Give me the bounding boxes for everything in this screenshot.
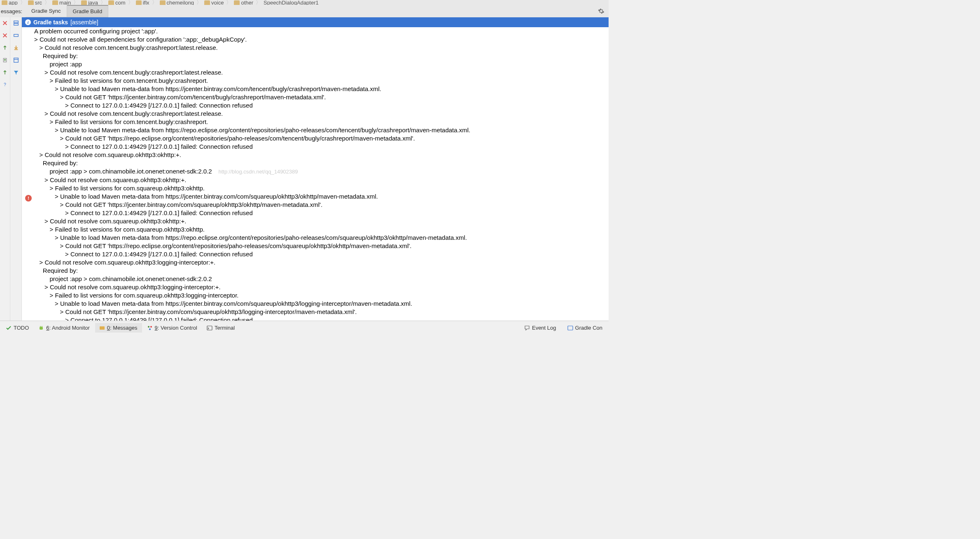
breadcrumb: app〉 src〉 main〉 java〉 com〉 iflx〉 chemeil… [0,0,609,5]
log-line: > Failed to list versions for com.square… [34,184,609,192]
log-line: > Could not resolve com.squareup.okhttp3… [34,283,609,291]
log-line: > Connect to 127.0.0.1:49429 [/127.0.0.1… [34,316,609,321]
log-line: > Could not resolve com.tencent.bugly:cr… [34,44,609,52]
log-line: > Connect to 127.0.0.1:49429 [/127.0.0.1… [34,143,609,151]
folder-icon [81,0,87,5]
svg-rect-13 [207,326,212,330]
log-line: project :app > com.chinamobile.iot.onene… [34,275,609,283]
log-line: > Could not resolve all dependencies for… [34,35,609,44]
layout-icon[interactable] [13,57,19,63]
folder-icon [160,0,166,5]
collapse-all-icon[interactable] [13,32,19,39]
log-line: A problem occurred configuring project '… [34,27,609,35]
sb-version-control[interactable]: 9: Version Control [143,323,202,333]
messages-tool-label: essages: [0,5,26,17]
svg-point-8 [42,326,42,327]
svg-point-12 [149,328,151,330]
left-tool-gutter-1: ? [0,17,10,321]
svg-rect-4 [14,34,18,36]
expand-all-icon[interactable] [13,20,19,26]
folder-icon [52,0,58,5]
svg-point-7 [40,326,41,327]
error-icon [25,195,32,202]
log-line: Required by: [34,159,609,167]
folder-icon [108,0,114,5]
log-line: > Could not resolve com.tencent.bugly:cr… [34,110,609,118]
sb-terminal[interactable]: Terminal [203,323,239,333]
sb-todo[interactable]: TODO [2,323,33,333]
folder-icon [2,0,7,5]
log-line: > Failed to list versions for com.tencen… [34,118,609,126]
log-line: Required by: [34,267,609,275]
log-line: > Could not GET 'https://jcenter.bintray… [34,93,609,101]
log-line: > Could not resolve com.squareup.okhttp3… [34,176,609,184]
svg-rect-14 [568,326,573,330]
svg-rect-3 [14,23,18,25]
up-green-icon[interactable] [2,69,8,76]
left-tool-gutter-2 [10,17,22,321]
svg-point-10 [148,326,149,328]
help-icon[interactable]: ? [2,82,8,88]
svg-rect-9 [100,326,105,330]
svg-text:?: ? [4,82,6,87]
svg-point-11 [150,326,152,328]
sb-messages[interactable]: 0: Messages [95,323,142,333]
log-line: > Failed to list versions for com.tencen… [34,77,609,85]
close-icon[interactable] [2,20,8,26]
gradle-console-icon [567,325,573,331]
messages-icon [99,325,105,331]
status-bar: TODO 6: Android Monitor 0: Messages 9: V… [0,321,609,335]
log-line: project :app [34,60,609,68]
messages-tab-row: essages: Gradle Sync Gradle Build [0,5,609,17]
log-line: project :app > com.chinamobile.iot.onene… [34,167,609,176]
up-arrow-icon[interactable] [2,45,8,51]
watermark: http://blog.csdn.net/qq_14902389 [219,169,298,175]
speech-bubble-icon [524,325,530,331]
task-subtitle: [assemble] [70,19,98,26]
log-line: > Could not GET 'https://repo.eclipse.or… [34,134,609,143]
android-icon [38,325,44,331]
folder-icon [234,0,240,5]
log-line: > Could not resolve com.squareup.okhttp3… [34,151,609,159]
svg-rect-2 [14,21,18,23]
gear-icon[interactable] [598,8,604,14]
log-line: Required by: [34,52,609,60]
log-line: > Failed to list versions for com.square… [34,225,609,234]
terminal-icon [207,325,212,331]
tab-gradle-build[interactable]: Gradle Build [67,5,109,17]
log-line: > Could not resolve com.squareup.okhttp3… [34,258,609,267]
vcs-icon [147,325,153,331]
filter-icon[interactable] [13,69,19,76]
log-line: > Unable to load Maven meta-data from ht… [34,126,609,134]
checkmark-icon [6,325,12,331]
info-icon: i [25,19,31,25]
log-line: > Could not GET 'https://jcenter.bintray… [34,308,609,316]
log-line: > Unable to load Maven meta-data from ht… [34,192,609,201]
log-line: > Could not GET 'https://jcenter.bintray… [34,201,609,209]
sb-event-log[interactable]: Event Log [523,324,558,332]
build-log[interactable]: A problem occurred configuring project '… [22,27,609,321]
log-line: > Could not resolve com.tencent.bugly:cr… [34,68,609,77]
log-line: > Connect to 127.0.0.1:49429 [/127.0.0.1… [34,209,609,217]
log-line: > Could not resolve com.squareup.okhttp3… [34,217,609,225]
download-icon[interactable] [13,45,19,51]
tab-gradle-sync[interactable]: Gradle Sync [26,5,67,17]
task-title: Gradle tasks [33,19,68,26]
log-line: > Unable to load Maven meta-data from ht… [34,300,609,308]
sb-android-monitor[interactable]: 6: Android Monitor [34,323,94,333]
svg-rect-6 [40,327,43,330]
export-icon[interactable] [2,57,8,63]
folder-icon [136,0,142,5]
log-line: > Connect to 127.0.0.1:49429 [/127.0.0.1… [34,101,609,110]
log-line: > Unable to load Maven meta-data from ht… [34,234,609,242]
svg-rect-5 [14,58,18,63]
folder-icon [28,0,34,5]
sb-gradle-console[interactable]: Gradle Con [566,324,604,332]
log-line: > Unable to load Maven meta-data from ht… [34,85,609,93]
folder-icon [204,0,210,5]
close-all-icon[interactable] [2,32,8,39]
log-line: > Failed to list versions for com.square… [34,291,609,300]
gradle-task-header[interactable]: i Gradle tasks [assemble] [22,17,609,27]
log-line: > Could not GET 'https://repo.eclipse.or… [34,242,609,250]
messages-panel: ? i Gradle tasks [assemble] A problem oc… [0,17,609,321]
